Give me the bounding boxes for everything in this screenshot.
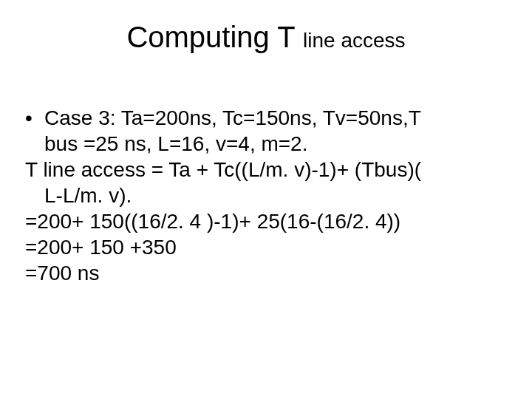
formula-line-1: T line access = Ta + Tc((L/m. v)-1)+ (Tb… — [25, 157, 507, 183]
bullet-line-1-cont: bus =25 ns, L=16, v=4, m=2. — [25, 131, 507, 157]
result-line: =700 ns — [25, 260, 507, 286]
slide: Computing T line access Case 3: Ta=200ns… — [0, 0, 532, 399]
calc-line-1: =200+ 150((16/2. 4 )-1)+ 25(16-(16/2. 4)… — [25, 208, 507, 234]
slide-body: Case 3: Ta=200ns, Tc=150ns, Tv=50ns,T bu… — [25, 105, 507, 286]
formula-line-1-cont: L-L/m. v). — [25, 183, 507, 208]
title-subscript: line access — [303, 29, 406, 52]
bullet-line-1: Case 3: Ta=200ns, Tc=150ns, Tv=50ns,T — [25, 105, 507, 131]
title-main: Computing T — [126, 21, 303, 53]
slide-title: Computing T line access — [0, 21, 532, 54]
calc-line-2: =200+ 150 +350 — [25, 234, 507, 260]
